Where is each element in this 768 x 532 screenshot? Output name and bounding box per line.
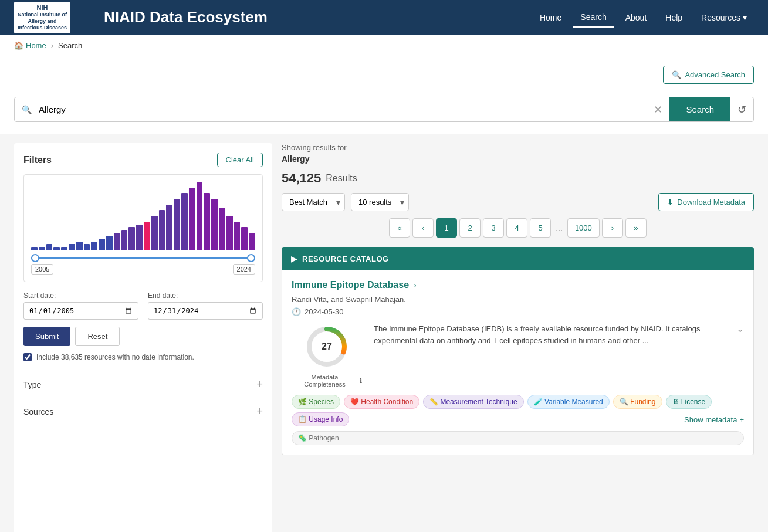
chart-bar [197,182,203,250]
submit-date-button[interactable]: Submit [23,327,70,346]
chart-bar [39,247,45,250]
search-icon: 🔍 [672,70,681,79]
resource-title-link[interactable]: Immune Epitope Database [292,280,409,290]
tag-variable-measured[interactable]: 🧪 Variable Measured [527,395,610,409]
page-5-button[interactable]: 5 [530,218,551,238]
chart-bar [106,236,113,250]
chart-range: 2005 2024 [31,264,255,275]
chart-bar [241,227,248,250]
chart-bar [174,199,180,250]
page-3-button[interactable]: 3 [483,218,504,238]
tag-measurement-technique[interactable]: 📏 Measurement Technique [423,395,524,409]
filters-title: Filters [23,155,52,165]
chart-bar [151,216,158,250]
clear-all-button[interactable]: Clear All [217,153,263,167]
chart-bar [189,188,195,250]
search-bar: 🔍 ✕ Search ↺ [14,97,754,122]
resource-section-label: RESOURCE CATALOG [302,255,389,263]
sources-filter-label: Sources [23,407,53,416]
main-nav: Home Search About Help Resources ▾ [533,8,754,28]
sources-filter-section[interactable]: Sources + [23,398,263,425]
advanced-search-button[interactable]: 🔍 Advanced Search [663,66,754,84]
search-bar-icon: 🔍 [15,105,39,114]
resource-card: Immune Epitope Database › Randi Vita, an… [282,270,754,455]
main-content: Filters Clear All 2005 2024 Start date: [0,134,768,532]
clock-icon: 🕐 [292,307,301,316]
tag-funding[interactable]: 🔍 Funding [613,395,662,409]
header: NIH National Institute of Allergy and In… [0,0,768,35]
page-last-button[interactable]: » [625,218,647,238]
tag-health-condition[interactable]: ❤️ Health Condition [344,395,419,409]
range-end-label: 2024 [233,264,255,275]
expand-description-button[interactable]: ⌄ [736,323,744,334]
no-date-checkbox[interactable] [23,353,32,361]
page-4-button[interactable]: 4 [506,218,527,238]
breadcrumb-home-link[interactable]: 🏠 Home [14,41,46,50]
nav-search[interactable]: Search [573,8,613,28]
resource-section-header: ▶ RESOURCE CATALOG [282,247,754,270]
no-date-label: Include 38,635 resources with no date in… [36,353,194,361]
type-filter-section[interactable]: Type + [23,371,263,398]
page-2-button[interactable]: 2 [459,218,481,238]
completeness-label: Metadata Completeness ℹ [292,374,362,388]
page-1-button[interactable]: 1 [436,218,457,238]
tag-license[interactable]: 🖥 License [666,395,712,409]
page-prev-button[interactable]: ‹ [412,218,434,238]
resource-description: The Immune Epitope Database (IEDB) is a … [374,323,725,346]
type-filter-toggle[interactable]: + [256,378,263,391]
results-header: 54,125 Results [282,171,754,186]
type-filter-label: Type [23,380,41,389]
tag-usage-info[interactable]: 📋 Usage Info [292,412,349,426]
resource-date: 🕐 2024-05-30 [292,307,744,316]
chart-bar [46,244,53,250]
date-slider-thumb-left[interactable] [31,254,39,262]
completeness-section: 27 Metadata Completeness ℹ [292,323,362,388]
page-next-button[interactable]: › [602,218,623,238]
resource-title-row: Immune Epitope Database › [292,280,744,290]
end-date-input[interactable] [148,302,263,320]
search-history-button[interactable]: ↺ [730,103,753,116]
chart-bar [249,233,255,250]
page-1000-button[interactable]: 1000 [567,218,600,238]
download-metadata-button[interactable]: ⬇ Download Metadata [658,193,754,211]
page-first-button[interactable]: « [389,218,410,238]
end-date-label: End date: [148,292,263,300]
search-button[interactable]: Search [669,97,730,121]
donut-score: 27 [322,341,332,352]
tag-species[interactable]: 🌿 Species [292,395,340,409]
chevron-down-icon: ▾ [743,13,747,22]
date-fields: Start date: End date: [23,292,263,320]
nav-resources[interactable]: Resources ▾ [694,8,754,27]
nav-home[interactable]: Home [533,8,569,27]
per-page-select[interactable]: 10 results 25 results 50 results [351,193,409,211]
filters-header: Filters Clear All [23,153,263,167]
search-input[interactable] [39,97,647,121]
chart-bar [114,233,120,250]
logo-group: NIH National Institute of Allergy and In… [14,2,268,33]
chart-bar [76,242,83,250]
breadcrumb-current: Search [58,41,82,50]
donut-chart: 27 [303,323,350,370]
chart-bar [99,239,105,250]
org-sub2: Allergy and [18,18,67,25]
resource-description-wrap: The Immune Epitope Database (IEDB) is a … [374,323,725,346]
chart-bar [31,247,38,250]
chart-bar [53,247,60,250]
sources-filter-toggle[interactable]: + [256,405,263,418]
sort-select[interactable]: Best Match Date Title [282,193,345,211]
tag-pathogen[interactable]: 🦠 Pathogen [292,431,744,445]
date-slider-thumb-right[interactable] [247,254,255,262]
date-actions: Submit Reset [23,327,263,346]
nav-help[interactable]: Help [658,8,689,27]
info-icon[interactable]: ℹ [360,377,362,385]
search-clear-button[interactable]: ✕ [647,103,669,116]
chart-bar [204,193,210,250]
start-date-input[interactable] [23,302,138,320]
site-title: NIAID Data Ecosystem [104,8,268,26]
show-metadata-button[interactable]: Show metadata + [684,415,744,424]
breadcrumb: 🏠 Home › Search [0,35,768,56]
nav-about[interactable]: About [618,8,654,27]
plus-icon: + [739,415,744,424]
reset-date-button[interactable]: Reset [75,327,120,346]
resource-authors: Randi Vita, and Swapnil Mahajan. [292,295,744,304]
